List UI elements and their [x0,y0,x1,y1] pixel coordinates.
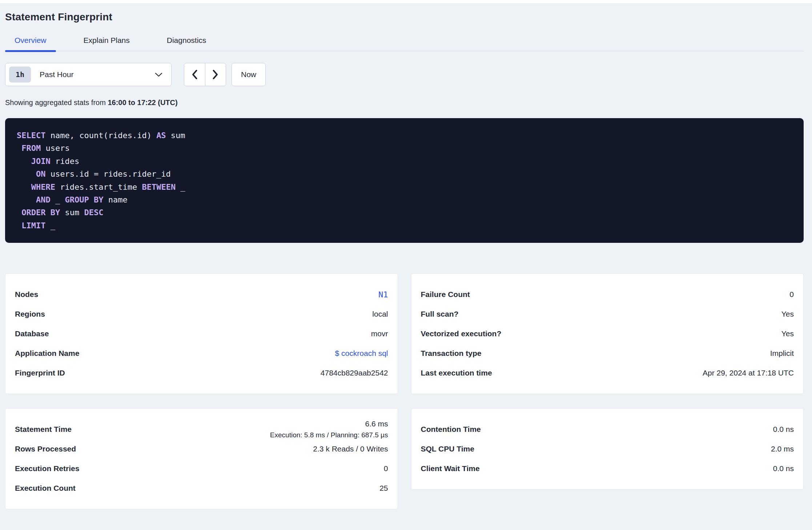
stat-value: movr [371,329,388,338]
stat-value-wrap: 6.6 msExecution: 5.8 ms / Planning: 687.… [270,419,388,439]
stat-value-wrap: movr [371,329,388,338]
sql-line: AND _ GROUP BY name [17,193,792,206]
stat-label: Execution Retries [15,464,79,473]
sql-line: JOIN rides [17,155,792,168]
stat-value-wrap: 0 [384,464,388,473]
stat-value-link[interactable]: N1 [378,290,388,299]
stat-row: Client Wait Time0.0 ns [421,459,794,478]
stat-row: NodesN1 [15,285,388,304]
stat-value: 4784cb829aab2542 [321,369,388,377]
statement-fingerprint-page: Statement Fingerprint OverviewExplain Pl… [0,11,812,509]
sql-line: ORDER BY sum DESC [17,206,792,219]
stat-value: 6.6 ms [270,419,388,428]
stat-label: Database [15,329,49,338]
stat-value-wrap: 0 [789,290,794,299]
stat-row: Failure Count0 [421,285,794,304]
statement-details-card: NodesN1RegionslocalDatabasemovrApplicati… [5,273,398,394]
stat-value-wrap: $ cockroach sql [335,349,388,358]
time-range-label: Past Hour [40,70,73,79]
stat-label: SQL CPU Time [421,445,474,453]
stat-label: Rows Processed [15,445,76,453]
sql-statement-code: SELECT name, count(rides.id) AS sum FROM… [17,129,792,232]
stat-subvalue: Execution: 5.8 ms / Planning: 687.5 µs [270,431,388,439]
stat-row: Databasemovr [15,324,388,344]
sql-line: ON users.id = rides.rider_id [17,168,792,180]
sql-line: WHERE rides.start_time BETWEEN _ [17,181,792,193]
execution-attributes-card: Failure Count0Full scan?YesVectorized ex… [411,273,804,394]
stat-label: Client Wait Time [421,464,480,473]
aggregated-stats-caption: Showing aggregated stats from 16:00 to 1… [5,99,804,107]
time-range-dropdown[interactable]: 1h Past Hour [5,63,172,86]
stat-value-wrap: 4784cb829aab2542 [321,369,388,377]
stat-value-wrap: Implicit [770,349,794,358]
stat-row: Vectorized execution?Yes [421,324,794,344]
stat-value: Implicit [770,349,794,358]
stat-row: Full scan?Yes [421,304,794,324]
stat-value: 0.0 ns [773,425,794,434]
caption-prefix: Showing aggregated stats from [5,99,108,107]
stat-label: Statement Time [15,425,72,434]
stat-value: 0 [789,290,794,299]
top-edge-strip [0,0,812,3]
stat-value: local [372,310,388,318]
stat-value: 2.3 k Reads / 0 Writes [313,445,388,453]
tab-diagnostics[interactable]: Diagnostics [157,36,216,51]
timing-stats-card: Contention Time0.0 nsSQL CPU Time2.0 msC… [411,408,804,490]
stat-row: Transaction typeImplicit [421,344,794,363]
tab-bar: OverviewExplain PlansDiagnostics [5,36,804,51]
time-controls: 1h Past Hour Now [5,63,804,86]
chevron-left-icon [192,69,198,80]
stat-value-wrap: Apr 29, 2024 at 17:18 UTC [703,369,794,377]
stat-value: 0.0 ns [773,464,794,473]
stat-row: Execution Retries0 [15,459,388,478]
prev-range-button[interactable] [184,63,205,86]
stat-label: Vectorized execution? [421,329,502,338]
statement-stats-card: Statement Time6.6 msExecution: 5.8 ms / … [5,408,398,509]
stat-value-wrap: N1 [378,290,388,299]
now-button[interactable]: Now [232,63,266,86]
stat-value: 2.0 ms [771,445,794,453]
stat-label: Full scan? [421,310,459,318]
stat-row: Application Name$ cockroach sql [15,344,388,363]
sql-line: SELECT name, count(rides.id) AS sum [17,129,792,142]
stat-row: Execution Count25 [15,478,388,498]
sql-line: FROM users [17,142,792,154]
stat-value: Yes [781,329,794,338]
page-title: Statement Fingerprint [5,11,804,23]
time-range-badge: 1h [9,67,31,83]
stat-value-wrap: local [372,310,388,318]
stat-row: Rows Processed2.3 k Reads / 0 Writes [15,439,388,459]
stat-label: Regions [15,310,45,318]
stat-value-wrap: 0.0 ns [773,425,794,434]
stat-value-wrap: 0.0 ns [773,464,794,473]
stat-value: Yes [781,310,794,318]
stat-value-wrap: Yes [781,310,794,318]
stat-row: Last execution timeApr 29, 2024 at 17:18… [421,363,794,383]
stat-label: Fingerprint ID [15,369,65,377]
stat-row: Fingerprint ID4784cb829aab2542 [15,363,388,383]
stat-label: Transaction type [421,349,482,358]
next-range-button[interactable] [205,63,226,86]
tab-overview[interactable]: Overview [5,36,56,51]
stat-value-wrap: 2.3 k Reads / 0 Writes [313,445,388,453]
stat-label: Nodes [15,290,38,299]
chevron-right-icon [212,69,218,80]
stat-value-wrap: 25 [379,484,388,493]
caption-time-range: 16:00 to 17:22 (UTC) [108,99,177,107]
stat-value: Apr 29, 2024 at 17:18 UTC [703,369,794,377]
sql-line: LIMIT _ [17,219,792,232]
stat-label: Execution Count [15,484,76,493]
stat-label: Application Name [15,349,79,358]
tab-explain-plans[interactable]: Explain Plans [74,36,139,51]
stat-label: Last execution time [421,369,492,377]
stat-row: Regionslocal [15,304,388,324]
stat-value-link[interactable]: $ cockroach sql [335,349,388,358]
stat-label: Contention Time [421,425,481,434]
chevron-down-icon [155,72,162,77]
stats-cards-row: Statement Time6.6 msExecution: 5.8 ms / … [5,408,804,509]
details-cards-row: NodesN1RegionslocalDatabasemovrApplicati… [5,273,804,394]
stat-value: 25 [379,484,388,493]
stat-row: Statement Time6.6 msExecution: 5.8 ms / … [15,419,388,439]
stat-row: Contention Time0.0 ns [421,419,794,439]
stat-row: SQL CPU Time2.0 ms [421,439,794,459]
